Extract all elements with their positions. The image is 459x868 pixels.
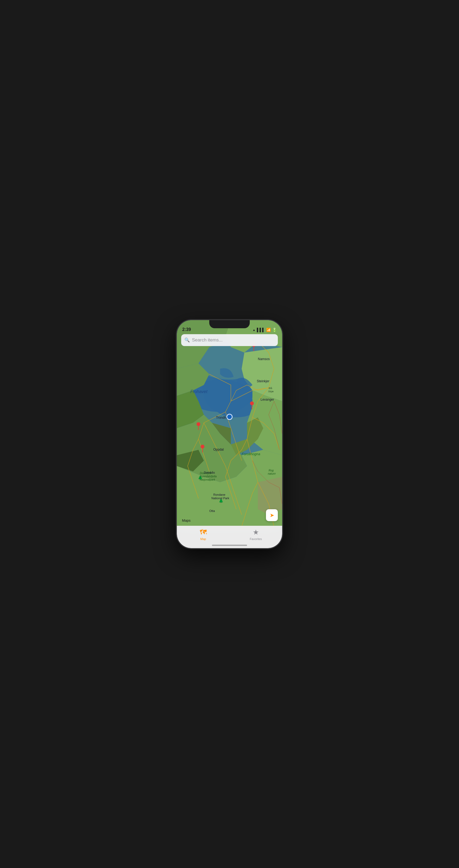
map-tab-icon: 🗺 bbox=[200, 528, 207, 536]
home-indicator bbox=[212, 545, 247, 546]
maps-label: Maps bbox=[182, 519, 191, 523]
notch bbox=[209, 320, 250, 328]
svg-text:Dombås: Dombås bbox=[204, 471, 215, 474]
search-icon: 🔍 bbox=[185, 337, 190, 343]
svg-point-24 bbox=[225, 413, 234, 421]
maps-watermark: Maps bbox=[181, 519, 191, 523]
location-button[interactable]: ➤ bbox=[266, 509, 278, 521]
svg-text:Blå: Blå bbox=[269, 387, 272, 390]
location-status-icon: ▲ bbox=[253, 328, 255, 332]
svg-text:Sunndalsfjella: Sunndalsfjella bbox=[200, 475, 217, 478]
search-placeholder: Search items... bbox=[192, 337, 223, 343]
signal-icon: ▌▌▌ bbox=[257, 328, 265, 332]
phone-screen: 🌲 🌲 Frohavet Forollhogna Dovrefjell- Sun… bbox=[177, 320, 282, 548]
svg-text:National Park: National Park bbox=[211, 497, 230, 500]
svg-text:Forollhogna: Forollhogna bbox=[242, 452, 260, 456]
svg-text:Oppdal: Oppdal bbox=[213, 447, 224, 452]
svg-text:Levanger: Levanger bbox=[261, 398, 274, 401]
svg-text:Namsos: Namsos bbox=[258, 357, 270, 361]
status-icons: ▲ ▌▌▌ 📶 🔋 bbox=[253, 328, 277, 332]
svg-point-29 bbox=[201, 445, 204, 448]
svg-text:Rondane: Rondane bbox=[213, 493, 225, 496]
svg-point-27 bbox=[197, 422, 200, 426]
tab-map[interactable]: 🗺 Map bbox=[177, 528, 230, 540]
svg-text:Skjæ: Skjæ bbox=[268, 390, 274, 393]
search-bar[interactable]: 🔍 Search items... bbox=[181, 334, 278, 346]
svg-text:Rog: Rog bbox=[269, 469, 274, 472]
wifi-icon: 📶 bbox=[266, 328, 271, 332]
map-tab-label: Map bbox=[200, 537, 206, 540]
favorites-tab-label: Favorites bbox=[250, 537, 262, 540]
svg-text:Frohavet: Frohavet bbox=[190, 389, 208, 394]
svg-text:Steinkjer: Steinkjer bbox=[257, 379, 269, 383]
map-svg: 🌲 🌲 Frohavet Forollhogna Dovrefjell- Sun… bbox=[177, 320, 282, 527]
phone-frame: 🌲 🌲 Frohavet Forollhogna Dovrefjell- Sun… bbox=[177, 320, 282, 548]
svg-text:naturrr: naturrr bbox=[268, 472, 276, 475]
status-time: 2:39 bbox=[182, 327, 191, 332]
svg-point-25 bbox=[250, 401, 254, 405]
tab-favorites[interactable]: ★ Favorites bbox=[230, 528, 282, 540]
map-area[interactable]: 🌲 🌲 Frohavet Forollhogna Dovrefjell- Sun… bbox=[177, 320, 282, 527]
favorites-tab-icon: ★ bbox=[253, 528, 259, 536]
svg-text:nasjonalpark: nasjonalpark bbox=[200, 478, 216, 481]
battery-icon: 🔋 bbox=[272, 328, 277, 332]
location-arrow-icon: ➤ bbox=[270, 512, 274, 519]
svg-text:Otta: Otta bbox=[209, 509, 215, 513]
